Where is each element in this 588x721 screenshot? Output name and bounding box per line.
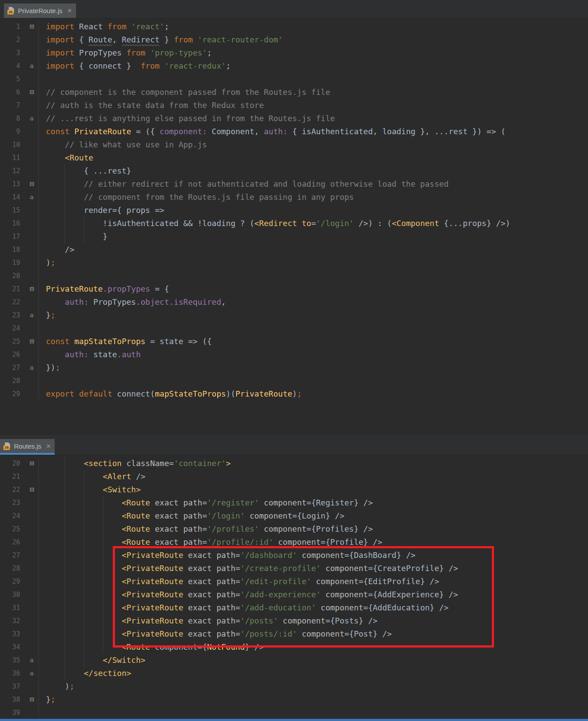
code-text[interactable]	[39, 374, 46, 387]
code-text[interactable]: PrivateRoute.propTypes = {	[39, 282, 169, 296]
code-text[interactable]: <Alert />	[39, 470, 146, 483]
tab-privateroute-js[interactable]: JS PrivateRoute.js ✕	[4, 3, 76, 18]
fold-end-icon[interactable]: ⌂	[25, 59, 39, 73]
code-text[interactable]: import { Route, Redirect } from 'react-r…	[39, 33, 283, 46]
code-text[interactable]: <Route exact path='/login' component={Lo…	[39, 509, 344, 522]
code-text[interactable]: />	[39, 243, 74, 256]
code-text[interactable]: <Route exact path='/register' component=…	[39, 496, 373, 509]
code-text[interactable]: <Route	[39, 151, 93, 164]
code-line[interactable]: 2import { Route, Redirect } from 'react-…	[0, 33, 588, 46]
code-line[interactable]: 23⌂};	[0, 309, 588, 322]
code-text[interactable]: <PrivateRoute exact path='/dashboard' co…	[39, 549, 415, 562]
code-text[interactable]: <PrivateRoute exact path='/posts/:id' co…	[39, 627, 392, 641]
code-text[interactable]: <PrivateRoute exact path='/add-experienc…	[39, 588, 458, 601]
code-line[interactable]: 30 <PrivateRoute exact path='/add-experi…	[0, 588, 588, 601]
code-line[interactable]: 27⌂});	[0, 361, 588, 374]
code-text[interactable]: <PrivateRoute exact path='/edit-profile'…	[39, 575, 439, 588]
code-line[interactable]: 20⊟ <section className='container'>	[0, 457, 588, 470]
code-text[interactable]: <PrivateRoute exact path='/create-profil…	[39, 562, 458, 575]
code-line[interactable]: 26 auth: state.auth	[0, 348, 588, 361]
code-line[interactable]: 28	[0, 374, 588, 387]
code-line[interactable]: 27 <PrivateRoute exact path='/dashboard'…	[0, 549, 588, 562]
fold-end-icon[interactable]: ⌂	[25, 361, 39, 374]
code-text[interactable]: <Route exact path='/profiles' component=…	[39, 522, 373, 536]
code-line[interactable]: 13⊟ // either redirect if not authentica…	[0, 178, 588, 191]
tab-close-icon[interactable]: ✕	[67, 7, 72, 14]
code-line[interactable]: 21 <Alert />	[0, 470, 588, 483]
code-text[interactable]: import PropTypes from 'prop-types';	[39, 46, 212, 59]
code-text[interactable]: import { connect } from 'react-redux';	[39, 59, 231, 73]
fold-start-icon[interactable]: ⊟	[25, 693, 39, 706]
code-text[interactable]: export default connect(mapStateToProps)(…	[39, 387, 302, 401]
fold-start-icon[interactable]: ⊟	[25, 457, 39, 470]
code-line[interactable]: 14⌂ // component from the Routes.js file…	[0, 191, 588, 204]
code-line[interactable]: 20	[0, 269, 588, 282]
code-text[interactable]: </section>	[39, 667, 131, 680]
fold-end-icon[interactable]: ⌂	[25, 667, 39, 680]
code-text[interactable]: // component from the Routes.js file pas…	[39, 191, 354, 204]
code-text[interactable]: <section className='container'>	[39, 457, 231, 470]
code-line[interactable]: 33 <PrivateRoute exact path='/posts/:id'…	[0, 627, 588, 641]
tab-routes-js[interactable]: JS Routes.js ✕	[0, 439, 55, 455]
code-line[interactable]: 22⊟ <Switch>	[0, 483, 588, 496]
code-text[interactable]: <Route component={NotFound} />	[39, 641, 264, 654]
code-text[interactable]: const PrivateRoute = ({ component: Compo…	[39, 125, 505, 138]
code-line[interactable]: 5	[0, 73, 588, 86]
code-text[interactable]: }	[39, 230, 108, 243]
code-line[interactable]: 16 !isAuthenticated && !loading ? (<Redi…	[0, 217, 588, 230]
code-line[interactable]: 26 <Route exact path='/profile/:id' comp…	[0, 536, 588, 549]
code-line[interactable]: 34 <Route component={NotFound} />	[0, 641, 588, 654]
code-text[interactable]: auth: PropTypes.object.isRequired,	[39, 296, 226, 309]
code-text[interactable]: render={ props =>	[39, 204, 164, 217]
code-line[interactable]: 39	[0, 706, 588, 719]
code-line[interactable]: 28 <PrivateRoute exact path='/create-pro…	[0, 562, 588, 575]
code-line[interactable]: 35⌂ </Switch>	[0, 654, 588, 667]
code-text[interactable]: auth: state.auth	[39, 348, 141, 361]
code-text[interactable]: // component is the component passed fro…	[39, 86, 330, 99]
tab-close-icon[interactable]: ✕	[46, 443, 51, 449]
code-text[interactable]: };	[39, 693, 56, 706]
fold-start-icon[interactable]: ⊟	[25, 20, 39, 33]
code-text[interactable]: // either redirect if not authenticated …	[39, 178, 449, 191]
code-text[interactable]	[39, 269, 46, 282]
code-line[interactable]: 23 <Route exact path='/register' compone…	[0, 496, 588, 509]
code-text[interactable]: { ...rest}	[39, 164, 131, 178]
code-text[interactable]	[39, 73, 46, 86]
code-line[interactable]: 36⌂ </section>	[0, 667, 588, 680]
code-text[interactable]: // like what use use in App.js	[39, 138, 207, 151]
code-text[interactable]: <PrivateRoute exact path='/posts' compon…	[39, 614, 378, 627]
code-line[interactable]: 29 <PrivateRoute exact path='/edit-profi…	[0, 575, 588, 588]
code-line[interactable]: 1⊟import React from 'react';	[0, 20, 588, 33]
code-text[interactable]: // auth is the state data from the Redux…	[39, 99, 264, 112]
code-line[interactable]: 17 }	[0, 230, 588, 243]
code-text[interactable]: </Switch>	[39, 654, 146, 667]
fold-end-icon[interactable]: ⌂	[25, 191, 39, 204]
code-text[interactable]: import React from 'react';	[39, 20, 169, 33]
code-text[interactable]: // ...rest is anything else passed in fr…	[39, 112, 335, 125]
code-line[interactable]: 25 <Route exact path='/profiles' compone…	[0, 522, 588, 536]
code-text[interactable]: const mapStateToProps = state => ({	[39, 335, 212, 348]
code-text[interactable]: );	[39, 256, 56, 269]
code-line[interactable]: 38⊟};	[0, 693, 588, 706]
code-line[interactable]: 9const PrivateRoute = ({ component: Comp…	[0, 125, 588, 138]
fold-start-icon[interactable]: ⊟	[25, 178, 39, 191]
code-line[interactable]: 18 />	[0, 243, 588, 256]
code-line[interactable]: 32 <PrivateRoute exact path='/posts' com…	[0, 614, 588, 627]
code-text[interactable]: };	[39, 309, 56, 322]
fold-start-icon[interactable]: ⊟	[25, 335, 39, 348]
code-line[interactable]: 31 <PrivateRoute exact path='/add-educat…	[0, 601, 588, 614]
code-text[interactable]: <Route exact path='/profile/:id' compone…	[39, 536, 382, 549]
fold-end-icon[interactable]: ⌂	[25, 309, 39, 322]
code-line[interactable]: 15 render={ props =>	[0, 204, 588, 217]
code-text[interactable]	[39, 322, 46, 335]
code-line[interactable]: 22 auth: PropTypes.object.isRequired,	[0, 296, 588, 309]
code-line[interactable]: 25⊟const mapStateToProps = state => ({	[0, 335, 588, 348]
code-line[interactable]: 4⌂import { connect } from 'react-redux';	[0, 59, 588, 73]
code-text[interactable]: !isAuthenticated && !loading ? (<Redirec…	[39, 217, 510, 230]
code-line[interactable]: 8⌂// ...rest is anything else passed in …	[0, 112, 588, 125]
fold-start-icon[interactable]: ⊟	[25, 483, 39, 496]
code-line[interactable]: 11 <Route	[0, 151, 588, 164]
code-line[interactable]: 3import PropTypes from 'prop-types';	[0, 46, 588, 59]
code-line[interactable]: 21⊟PrivateRoute.propTypes = {	[0, 282, 588, 296]
code-line[interactable]: 24	[0, 322, 588, 335]
